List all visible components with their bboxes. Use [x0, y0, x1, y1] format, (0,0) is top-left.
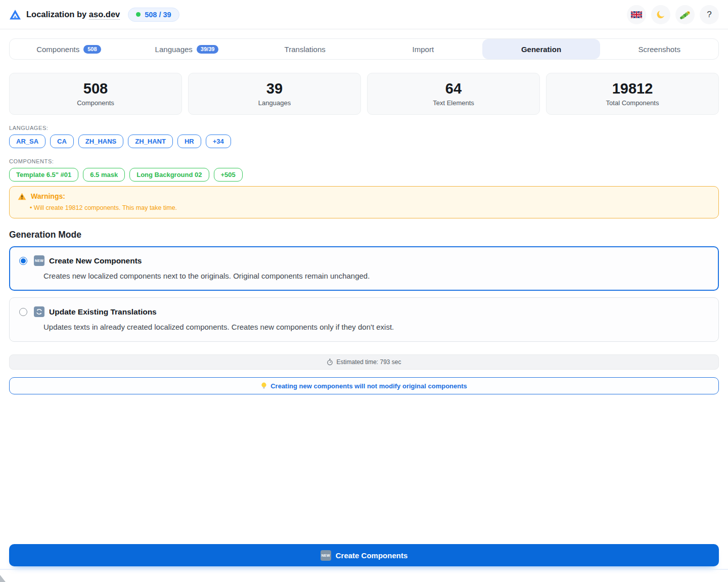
tab-languages-count-badge: 39/39 — [197, 45, 219, 54]
stat-label: Components — [10, 99, 181, 107]
footer-glow-line — [0, 569, 728, 570]
stats-row: 508 Components 39 Languages 64 Text Elem… — [9, 73, 719, 115]
stat-card-languages: 39 Languages — [188, 73, 361, 115]
stat-card-text-elements: 64 Text Elements — [367, 73, 540, 115]
tab-label: Generation — [521, 45, 561, 54]
question-mark-icon: ? — [707, 10, 711, 20]
tab-label: Screenshots — [639, 45, 680, 54]
empty-space — [9, 394, 719, 544]
language-chip[interactable]: ZH_HANT — [128, 135, 173, 148]
warning-icon — [18, 193, 26, 200]
app-header: Localization by aso.dev 508 / 39 — [0, 0, 728, 29]
status-dot-icon — [136, 12, 141, 17]
generation-mode-options: NEW Create New Components Creates new lo… — [9, 246, 719, 342]
option-title: Update Existing Translations — [49, 307, 157, 317]
component-chip[interactable]: Long Background 02 — [129, 168, 209, 182]
tab-label: Components — [36, 45, 79, 54]
component-chip-more[interactable]: +505 — [214, 168, 243, 182]
help-button[interactable]: ? — [700, 5, 719, 24]
tab-label: Languages — [155, 45, 193, 54]
theme-toggle-button[interactable] — [651, 5, 670, 24]
stat-value: 19812 — [547, 79, 718, 98]
language-chip[interactable]: ZH_HANS — [78, 135, 123, 148]
option-update-existing-translations[interactable]: Update Existing Translations Updates tex… — [9, 297, 719, 342]
stat-card-components: 508 Components — [9, 73, 182, 115]
info-note-text: Creating new components will not modify … — [270, 382, 467, 390]
main-content: Components 508 Languages 39/39 Translati… — [0, 29, 728, 582]
stat-label: Text Elements — [368, 99, 539, 107]
lightbulb-icon — [261, 382, 267, 390]
language-chip[interactable]: CA — [50, 135, 74, 148]
stat-label: Languages — [189, 99, 360, 107]
status-badge: 508 / 39 — [128, 8, 179, 22]
stat-value: 508 — [10, 79, 181, 98]
language-flag-button[interactable] — [627, 5, 646, 24]
page-title: Localization by aso.dev — [26, 10, 120, 19]
component-chips: Template 6.5" #01 6.5 mask Long Backgrou… — [9, 168, 719, 182]
create-components-button[interactable]: NEW Create Components — [9, 544, 719, 566]
option-create-new-components[interactable]: NEW Create New Components Creates new lo… — [9, 246, 719, 291]
stat-value: 39 — [189, 79, 360, 98]
info-note-bar: Creating new components will not modify … — [9, 377, 719, 394]
stat-label: Total Components — [547, 99, 718, 107]
refresh-icon — [34, 306, 44, 317]
header-actions: ? — [627, 5, 719, 24]
radio-create-new-selected[interactable] — [19, 257, 27, 265]
new-icon: NEW — [321, 550, 331, 561]
tab-languages[interactable]: Languages 39/39 — [128, 39, 246, 59]
estimated-time-text: Estimated time: 793 sec — [336, 359, 401, 366]
tab-import[interactable]: Import — [364, 39, 482, 59]
warnings-title: Warnings: — [18, 192, 710, 200]
tab-generation[interactable]: Generation — [482, 39, 601, 59]
new-icon: NEW — [34, 255, 44, 266]
language-chips: AR_SA CA ZH_HANS ZH_HANT HR +34 — [9, 135, 719, 148]
tab-label: Translations — [285, 45, 326, 54]
app-logo-icon — [9, 9, 21, 20]
generation-mode-heading: Generation Mode — [9, 230, 719, 240]
warning-item: Will create 19812 components. This may t… — [30, 204, 710, 211]
tab-bar: Components 508 Languages 39/39 Translati… — [9, 38, 719, 60]
caterpillar-icon — [679, 10, 691, 19]
language-chip[interactable]: HR — [177, 135, 201, 148]
component-chip[interactable]: 6.5 mask — [83, 168, 125, 182]
brand-link: aso.dev — [89, 10, 120, 20]
uk-flag-icon — [631, 11, 642, 18]
moon-icon — [656, 10, 666, 20]
component-chip[interactable]: Template 6.5" #01 — [9, 168, 78, 182]
tab-label: Import — [413, 45, 434, 54]
tab-translations[interactable]: Translations — [246, 39, 364, 59]
option-description: Updates texts in already created localiz… — [43, 323, 709, 331]
stopwatch-icon — [327, 359, 333, 366]
tab-components-count-badge: 508 — [83, 45, 101, 54]
components-section-label: COMPONENTS: — [9, 158, 719, 164]
option-title: Create New Components — [49, 256, 142, 265]
footer: NEW Create Components — [9, 544, 719, 582]
language-chip[interactable]: AR_SA — [9, 135, 46, 148]
radio-update-existing[interactable] — [19, 308, 27, 316]
stat-value: 64 — [368, 79, 539, 98]
warnings-panel: Warnings: Will create 19812 components. … — [9, 186, 719, 218]
tab-components[interactable]: Components 508 — [10, 39, 128, 59]
corner-resize-artifact — [0, 575, 6, 582]
tab-screenshots[interactable]: Screenshots — [600, 39, 718, 59]
stat-card-total-components: 19812 Total Components — [546, 73, 719, 115]
plugin-mascot-button[interactable] — [675, 5, 695, 24]
languages-section-label: LANGUAGES: — [9, 125, 719, 131]
option-description: Creates new localized components next to… — [43, 272, 709, 280]
language-chip-more[interactable]: +34 — [206, 135, 231, 148]
estimated-time-bar: Estimated time: 793 sec — [9, 354, 719, 370]
